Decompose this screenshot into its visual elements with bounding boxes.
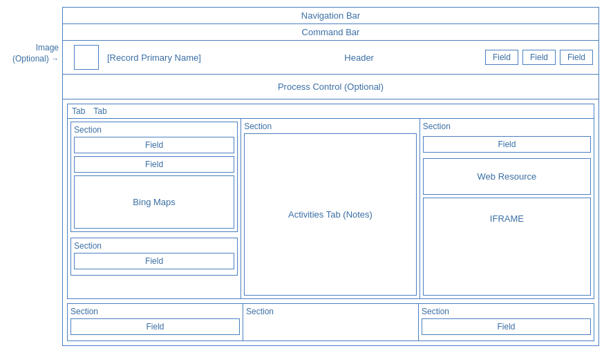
process-control: Process Control (Optional) <box>63 75 598 99</box>
main-tabs-area: Tab Tab Section Field Field Bing Maps Se… <box>67 104 594 299</box>
arrow-icon: → <box>51 55 59 63</box>
bottom-sections-area: Section Field Section Section Field <box>67 303 594 341</box>
activities-tab: Activities Tab (Notes) <box>244 133 417 296</box>
header-field-2[interactable]: Field <box>522 50 556 65</box>
left-field-2[interactable]: Field <box>74 156 234 173</box>
app-frame: Navigation Bar Command Bar [Record Prima… <box>62 7 599 346</box>
command-bar: Command Bar <box>63 24 598 41</box>
bottom-field-3[interactable]: Field <box>422 318 591 335</box>
bottom-col-1: Section Field <box>68 304 243 341</box>
mid-section-label: Section <box>244 122 417 131</box>
bottom-field-1[interactable]: Field <box>70 318 240 335</box>
bottom-section-1-label: Section <box>70 307 240 316</box>
header-field-3[interactable]: Field <box>560 50 593 65</box>
mid-column: Section Activities Tab (Notes) <box>241 119 420 298</box>
bottom-section-2-label: Section <box>246 307 415 316</box>
bottom-section-3-label: Section <box>422 307 591 316</box>
left-field-1[interactable]: Field <box>74 137 234 153</box>
left-field-3[interactable]: Field <box>74 253 234 269</box>
left-section-1: Section Field Field Bing Maps <box>70 122 238 232</box>
columns-row: Section Field Field Bing Maps Section Fi… <box>68 119 594 298</box>
image-placeholder <box>74 45 99 70</box>
right-field-1[interactable]: Field <box>423 136 591 153</box>
tabs-row: Tab Tab <box>68 104 594 119</box>
header-field-1[interactable]: Field <box>485 50 518 65</box>
iframe-box: IFRAME <box>423 198 591 296</box>
header-fields: Field Field Field <box>485 50 593 65</box>
record-primary-name: [Record Primary Name] <box>99 52 233 63</box>
right-column: Section Field Web Resource IFRAME <box>420 119 594 298</box>
left-section-2: Section Field <box>70 238 238 276</box>
bottom-col-2: Section <box>243 304 419 341</box>
tab-1[interactable]: Tab <box>72 106 85 116</box>
tab-2[interactable]: Tab <box>93 106 106 116</box>
bing-maps: Bing Maps <box>74 175 234 229</box>
right-section-label: Section <box>423 122 591 131</box>
left-column: Section Field Field Bing Maps Section Fi… <box>68 119 241 298</box>
navigation-bar: Navigation Bar <box>63 8 598 24</box>
header-label: Header <box>233 52 485 63</box>
bottom-col-3: Section Field <box>419 304 594 341</box>
header-row: [Record Primary Name] Header Field Field… <box>63 41 598 75</box>
web-resource: Web Resource <box>423 158 591 195</box>
left-section-1-label: Section <box>74 125 234 135</box>
left-section-2-label: Section <box>74 241 234 251</box>
